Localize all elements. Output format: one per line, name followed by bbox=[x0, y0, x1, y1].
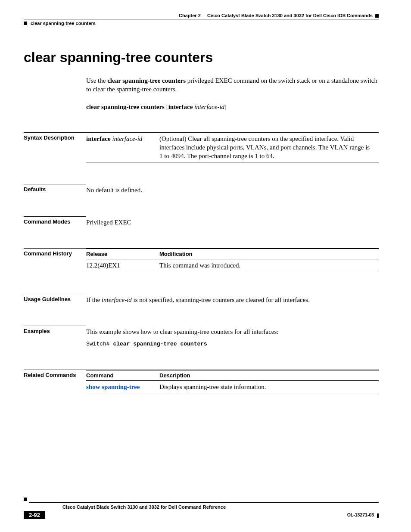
intro-cmd: clear spanning-tree counters bbox=[107, 77, 186, 84]
code-cmd: clear spanning-tree counters bbox=[113, 341, 207, 347]
history-modification: This command was introduced. bbox=[159, 259, 379, 272]
section-related-commands: Related Commands Command Description sho… bbox=[24, 370, 379, 394]
history-header-release: Release bbox=[86, 249, 159, 259]
syntax-description-table: interface interface-id (Optional) Clear … bbox=[86, 132, 379, 163]
chapter-label: Chapter 2 bbox=[179, 13, 201, 18]
usage-pre: If the bbox=[86, 296, 102, 303]
syntax-desc-arg: interface-id bbox=[111, 135, 143, 142]
history-release: 12.2(40)EX1 bbox=[86, 259, 159, 272]
modes-text: Privileged EXEC bbox=[86, 216, 379, 227]
chapter-title: Cisco Catalyst Blade Switch 3130 and 303… bbox=[207, 13, 373, 18]
page-number: 2-92 bbox=[24, 511, 45, 519]
breadcrumb: clear spanning-tree counters bbox=[31, 21, 96, 26]
footer-book-title: Cisco Catalyst Blade Switch 3130 and 303… bbox=[24, 503, 379, 510]
footer-marker bbox=[24, 498, 27, 501]
related-description: Displays spanning-tree state information… bbox=[159, 381, 379, 393]
section-command-modes: Command Modes Privileged EXEC bbox=[24, 216, 379, 227]
section-label: Examples bbox=[24, 326, 86, 348]
syntax-arg: interface-id bbox=[193, 103, 224, 110]
section-label: Syntax Description bbox=[24, 132, 86, 163]
section-command-history: Command History Release Modification 12.… bbox=[24, 248, 379, 272]
syntax-desc-kw: interface bbox=[86, 135, 111, 142]
related-commands-table: Command Description show spanning-tree D… bbox=[86, 370, 379, 394]
section-label: Command Modes bbox=[24, 216, 86, 227]
section-label: Defaults bbox=[24, 184, 86, 194]
header-end-marker bbox=[375, 14, 379, 18]
syntax-open: [ bbox=[165, 103, 168, 110]
code-prompt: Switch# bbox=[86, 341, 113, 347]
document-id: OL-13271-03 bbox=[347, 512, 379, 517]
page-footer: Cisco Catalyst Blade Switch 3130 and 303… bbox=[24, 499, 379, 519]
section-syntax-description: Syntax Description interface interface-i… bbox=[24, 132, 379, 163]
header-breadcrumb-line: clear spanning-tree counters bbox=[24, 21, 379, 26]
related-command-link[interactable]: show spanning-tree bbox=[86, 383, 140, 390]
section-usage-guidelines: Usage Guidelines If the interface-id is … bbox=[24, 294, 379, 304]
usage-post: is not specified, spanning-tree counters… bbox=[132, 296, 310, 303]
examples-code: Switch# clear spanning-tree counters bbox=[86, 340, 379, 348]
breadcrumb-marker bbox=[24, 22, 27, 25]
section-label: Command History bbox=[24, 248, 86, 272]
header-chapter-line: Chapter 2 Cisco Catalyst Blade Switch 31… bbox=[24, 13, 379, 19]
page-title: clear spanning-tree counters bbox=[24, 50, 379, 65]
section-examples: Examples This example shows how to clear… bbox=[24, 326, 379, 348]
defaults-text: No default is defined. bbox=[86, 184, 379, 194]
related-header-command: Command bbox=[86, 370, 159, 381]
command-syntax: clear spanning-tree counters [interface … bbox=[86, 103, 379, 111]
usage-arg: interface-id bbox=[102, 296, 132, 303]
syntax-close: ] bbox=[224, 103, 227, 110]
section-defaults: Defaults No default is defined. bbox=[24, 184, 379, 194]
history-table: Release Modification 12.2(40)EX1 This co… bbox=[86, 248, 379, 272]
intro-pre: Use the bbox=[86, 77, 107, 84]
examples-text: This example shows how to clear spanning… bbox=[86, 327, 379, 336]
syntax-keyword: interface bbox=[168, 103, 193, 110]
syntax-desc-text: (Optional) Clear all spanning-tree count… bbox=[159, 132, 379, 162]
history-header-modification: Modification bbox=[159, 249, 379, 259]
section-label: Related Commands bbox=[24, 370, 86, 394]
related-header-description: Description bbox=[159, 370, 379, 381]
syntax-cmd: clear spanning-tree counters bbox=[86, 103, 165, 110]
usage-text: If the interface-id is not specified, sp… bbox=[86, 294, 379, 304]
intro-paragraph: Use the clear spanning-tree counters pri… bbox=[86, 76, 379, 94]
section-label: Usage Guidelines bbox=[24, 294, 86, 304]
